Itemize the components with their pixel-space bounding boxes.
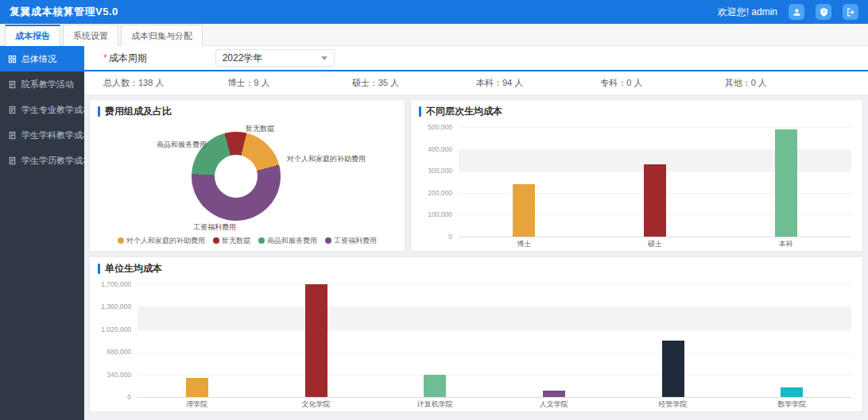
sidebar-item-overview[interactable]: 总体情况 bbox=[0, 46, 84, 71]
tab-system-settings[interactable]: 系统设置 bbox=[63, 25, 118, 46]
sidebar-item-major-cost[interactable]: 学生专业教学成本 bbox=[0, 97, 84, 122]
document-icon bbox=[8, 131, 17, 140]
sidebar-item-dept-teaching[interactable]: 院系教学活动 bbox=[0, 71, 84, 97]
user-icon[interactable] bbox=[789, 4, 804, 20]
panel-title-text: 单位生均成本 bbox=[105, 262, 162, 276]
app-header: 复翼成本核算管理V5.0 欢迎您! admin ? bbox=[0, 0, 868, 24]
bar-硕士[interactable] bbox=[644, 164, 666, 237]
donut-hole bbox=[215, 155, 258, 198]
gridline bbox=[138, 375, 851, 376]
pie-legend: 对个人和家庭的补助费用 暂无数据 商品和服务费用 工资福利费用 bbox=[90, 232, 405, 249]
dashboard-icon bbox=[8, 55, 17, 64]
x-axis-label: 人文学院 bbox=[540, 399, 568, 410]
y-axis-tick: 400,000 bbox=[428, 145, 452, 153]
level-cost-bar-chart: 500,000400,000300,000200,000100,0000博士硕士… bbox=[411, 122, 862, 251]
stat-other: 其他：0 人 bbox=[725, 77, 849, 89]
bar-经管学院[interactable] bbox=[662, 341, 684, 397]
document-icon bbox=[8, 156, 17, 165]
bar-人文学院[interactable] bbox=[543, 391, 565, 397]
stats-row: 总人数：138 人 博士：9 人 硕士：35 人 本科：94 人 专科：0 人 … bbox=[84, 71, 868, 95]
slice-label-salary-welfare: 工资福利费用 bbox=[193, 222, 236, 233]
y-axis-tick: 0 bbox=[127, 393, 131, 401]
x-axis-label: 计算机学院 bbox=[417, 399, 453, 410]
title-accent-bar bbox=[98, 106, 100, 117]
bar-文化学院[interactable] bbox=[305, 284, 327, 397]
y-axis-tick: 300,000 bbox=[428, 167, 452, 175]
gridline bbox=[459, 127, 851, 128]
y-axis-tick: 680,000 bbox=[107, 348, 131, 356]
x-axis-label: 理学院 bbox=[186, 399, 207, 410]
sidebar-item-label: 总体情况 bbox=[21, 53, 56, 65]
sidebar-item-label: 学生学历教学成本 bbox=[21, 155, 84, 167]
charts-row: 费用组成及占比 暂无数据 对个人和家庭的补助费用 商品和服务费用 工资福利费用 … bbox=[89, 99, 863, 252]
tab-cost-report[interactable]: 成本报告 bbox=[5, 25, 60, 46]
bar-博士[interactable] bbox=[513, 184, 535, 237]
legend-item-no-data[interactable]: 暂无数据 bbox=[213, 236, 250, 246]
stat-doctor: 博士：9 人 bbox=[227, 77, 351, 89]
tab-cost-allocation[interactable]: 成本归集与分配 bbox=[121, 25, 203, 46]
stat-associate: 专科：0 人 bbox=[600, 77, 724, 89]
panel-unit-cost: 单位生均成本 1,700,0001,360,0001,020,000680,00… bbox=[89, 256, 863, 412]
x-axis-label: 经管学院 bbox=[659, 399, 688, 410]
panel-title: 单位生均成本 bbox=[90, 257, 862, 279]
panel-title-text: 费用组成及占比 bbox=[105, 105, 172, 118]
y-axis-tick: 1,360,000 bbox=[101, 302, 131, 310]
legend-dot bbox=[325, 237, 331, 244]
x-axis-label: 博士 bbox=[517, 239, 531, 249]
gridline bbox=[138, 329, 851, 330]
stat-master: 硕士：35 人 bbox=[352, 77, 476, 89]
cost-period-value: 2022学年 bbox=[223, 52, 263, 65]
main-content: *成本周期 2022学年 总人数：138 人 博士：9 人 硕士：35 人 本科… bbox=[84, 46, 868, 420]
chevron-down-icon bbox=[321, 56, 327, 60]
x-axis-label: 硕士 bbox=[648, 239, 662, 249]
sidebar-item-degree-cost[interactable]: 学生学历教学成本 bbox=[0, 148, 84, 173]
legend-dot bbox=[258, 237, 265, 244]
cost-period-label: *成本周期 bbox=[103, 52, 147, 65]
legend-item-subsidy[interactable]: 对个人和家庭的补助费用 bbox=[118, 236, 205, 246]
document-icon bbox=[8, 80, 17, 89]
legend-item-salary-welfare[interactable]: 工资福利费用 bbox=[325, 236, 377, 246]
bar-本科[interactable] bbox=[775, 129, 797, 237]
tab-label: 系统设置 bbox=[73, 30, 108, 42]
y-axis-tick: 200,000 bbox=[428, 189, 452, 197]
y-axis-tick: 100,000 bbox=[428, 210, 452, 218]
bar-数学学院[interactable] bbox=[781, 387, 803, 397]
panel-title: 费用组成及占比 bbox=[90, 100, 405, 122]
unit-cost-bar-chart: 1,700,0001,360,0001,020,000680,000340,00… bbox=[90, 279, 862, 411]
panel-title-text: 不同层次生均成本 bbox=[426, 105, 502, 118]
panel-title: 不同层次生均成本 bbox=[411, 100, 862, 122]
cost-period-select[interactable]: 2022学年 bbox=[215, 49, 335, 67]
bar-理学院[interactable] bbox=[186, 378, 208, 397]
tab-label: 成本归集与分配 bbox=[131, 30, 192, 42]
header-right: 欢迎您! admin ? bbox=[718, 4, 858, 20]
logout-icon[interactable] bbox=[843, 4, 858, 20]
gridline bbox=[138, 306, 851, 307]
legend-dot bbox=[213, 237, 219, 244]
y-axis-tick: 1,700,000 bbox=[101, 280, 131, 288]
welcome-text: 欢迎您! admin bbox=[718, 6, 777, 19]
grid-band bbox=[138, 306, 851, 329]
sidebar-item-label: 学生专业教学成本 bbox=[21, 104, 84, 116]
panel-cost-composition: 费用组成及占比 暂无数据 对个人和家庭的补助费用 商品和服务费用 工资福利费用 … bbox=[89, 99, 405, 252]
top-tabbar: 成本报告 系统设置 成本归集与分配 bbox=[0, 24, 868, 46]
sidebar-item-discipline-cost[interactable]: 学生学科教学成本 bbox=[0, 122, 84, 148]
slice-label-no-data: 暂无数据 bbox=[246, 124, 274, 134]
x-axis-label: 数学学院 bbox=[777, 399, 806, 410]
legend-item-goods-services[interactable]: 商品和服务费用 bbox=[258, 236, 317, 246]
y-axis-tick: 500,000 bbox=[428, 123, 452, 131]
required-mark: * bbox=[103, 52, 107, 64]
bar-计算机学院[interactable] bbox=[424, 375, 446, 397]
x-axis-label: 本科 bbox=[779, 239, 793, 249]
y-axis-tick: 0 bbox=[448, 233, 452, 241]
document-icon bbox=[8, 106, 17, 114]
gridline bbox=[138, 284, 851, 285]
slice-label-goods-services: 商品和服务费用 bbox=[157, 140, 207, 150]
sidebar: 总体情况 院系教学活动 学生专业教学成本 学生学科教学成本 学生学历教学成本 bbox=[0, 46, 84, 420]
help-shield-icon[interactable]: ? bbox=[816, 4, 831, 20]
sidebar-item-label: 院系教学活动 bbox=[21, 79, 74, 91]
legend-dot bbox=[118, 237, 124, 244]
app-title: 复翼成本核算管理V5.0 bbox=[10, 5, 118, 19]
donut-chart-area: 暂无数据 对个人和家庭的补助费用 商品和服务费用 工资福利费用 bbox=[90, 122, 405, 232]
stat-total: 总人数：138 人 bbox=[103, 77, 227, 89]
y-axis-tick: 340,000 bbox=[107, 371, 131, 379]
